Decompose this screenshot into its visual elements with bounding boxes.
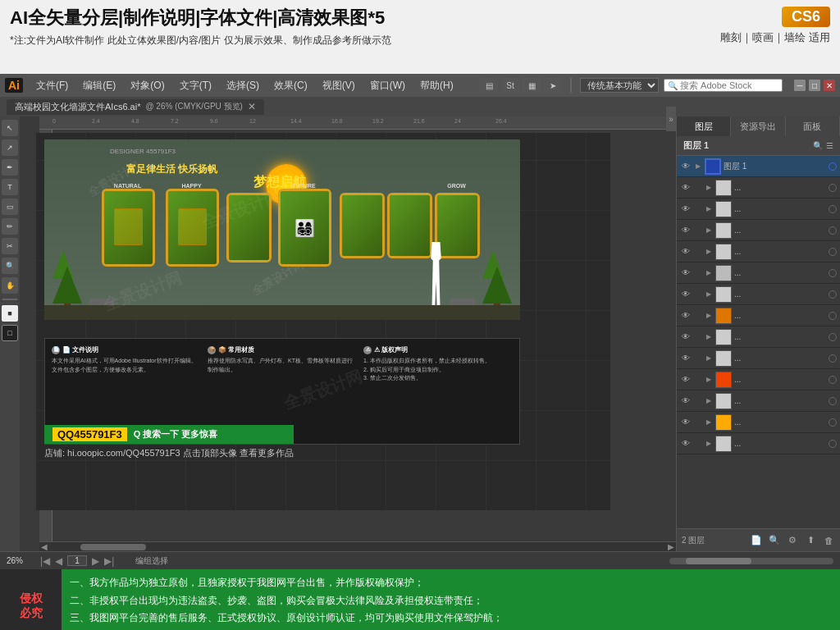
layers-menu-icon[interactable]: ☰ [826,141,833,150]
tab-asset-export[interactable]: 资源导出 [731,116,785,136]
menu-select[interactable]: 选择(S) [220,77,266,94]
nav-start[interactable]: |◀ [40,555,50,567]
layer-expand-2[interactable]: ▶ [705,184,713,192]
layer-item-9[interactable]: 👁 ▶ ... [677,326,840,348]
layer-item-3[interactable]: 👁 ▶ ... [677,199,840,220]
layer-eye-4[interactable]: 👁 [680,225,692,236]
layer-eye-13[interactable]: 👁 [680,417,692,428]
layer-eye-1[interactable]: 👁 [680,161,692,172]
layer-eye-12[interactable]: 👁 [680,395,692,407]
layer-eye-7[interactable]: 👁 [680,289,692,300]
layer-item-header[interactable]: 👁 ▶ 图层 1 [677,156,840,177]
page-input[interactable] [67,555,87,566]
toolbar-icon-2[interactable]: St [501,78,519,93]
menu-view[interactable]: 视图(V) [316,77,362,94]
search-box[interactable]: 🔍 [664,79,783,92]
layer-expand-5[interactable]: ▶ [705,248,713,256]
layer-circle-12[interactable] [829,397,837,405]
layer-circle-4[interactable] [829,226,837,235]
layer-eye-8[interactable]: 👁 [680,310,692,322]
new-layer-page-icon[interactable]: 📄 [750,534,763,547]
tool-pen[interactable]: ✒ [2,159,18,176]
layer-expand-9[interactable]: ▶ [705,333,713,341]
tab-layers[interactable]: 图层 [677,116,731,136]
nav-prev[interactable]: ◀ [55,555,62,567]
layer-item-6[interactable]: 👁 ▶ ... [677,262,840,284]
menu-effect[interactable]: 效果(C) [267,77,314,94]
toolbar-icon-1[interactable]: ▤ [480,78,498,93]
stroke-color[interactable]: □ [2,325,18,341]
panel-collapse-btn[interactable]: » [666,107,676,131]
layers-search-icon[interactable]: 🔍 [813,141,823,150]
close-btn[interactable]: ✕ [824,80,835,91]
layer-circle-3[interactable] [829,205,837,213]
layer-expand-10[interactable]: ▶ [705,354,713,363]
layer-expand-3[interactable]: ▶ [705,205,713,213]
menu-file[interactable]: 文件(F) [30,77,75,94]
layer-expand-1[interactable]: ▶ [694,162,702,171]
nav-end[interactable]: ▶| [104,555,114,567]
layer-expand-11[interactable]: ▶ [705,376,713,384]
layer-expand-12[interactable]: ▶ [705,397,713,405]
h-scroll-thumb[interactable] [80,544,146,550]
layer-expand-4[interactable]: ▶ [705,226,713,235]
layer-eye-6[interactable]: 👁 [680,267,692,279]
layer-item-14[interactable]: 👁 ▶ ... [677,433,840,454]
fill-color[interactable]: ■ [2,305,18,322]
tool-shape[interactable]: ▭ [2,199,18,215]
layer-circle-14[interactable] [829,440,837,448]
minimize-btn[interactable]: ─ [794,80,806,91]
mode-select[interactable]: 传统基本功能 [580,78,659,93]
nav-next[interactable]: ▶ [92,555,99,567]
maximize-btn[interactable]: □ [809,80,820,91]
tool-hand[interactable]: ✋ [2,277,18,294]
h-scroll-thumb-bottom[interactable] [686,558,751,564]
layer-eye-5[interactable]: 👁 [680,246,692,258]
layer-options-icon[interactable]: ⚙ [786,534,799,547]
layer-circle-10[interactable] [829,354,837,363]
layer-circle-8[interactable] [829,312,837,320]
doc-tab[interactable]: 高端校园文化墙源文件AIcs6.ai* @ 26% (CMYK/GPU 预览) … [7,99,264,115]
layer-eye-2[interactable]: 👁 [680,182,692,194]
layer-item-10[interactable]: 👁 ▶ ... [677,348,840,369]
layer-eye-3[interactable]: 👁 [680,203,692,215]
layer-circle-13[interactable] [829,418,837,427]
layer-expand-14[interactable]: ▶ [705,440,713,448]
scroll-right-btn[interactable]: ▶ [668,542,674,551]
delete-layer-icon[interactable]: 🗑 [822,534,835,547]
h-scrollbar[interactable]: ◀ ▶ [39,541,676,551]
layer-circle-7[interactable] [829,290,837,299]
toolbar-icon-3[interactable]: ▦ [523,78,541,93]
layer-item-2[interactable]: 👁 ▶ ... [677,177,840,199]
layer-item-5[interactable]: 👁 ▶ ... [677,241,840,262]
layer-item-7[interactable]: 👁 ▶ ... [677,284,840,305]
layer-expand-7[interactable]: ▶ [705,290,713,299]
tool-scissors[interactable]: ✂ [2,238,18,254]
tool-text[interactable]: T [2,179,18,195]
layer-circle-2[interactable] [829,184,837,192]
layer-item-13[interactable]: 👁 ▶ ... [677,412,840,433]
layers-list[interactable]: 👁 ▶ ... 👁 ▶ ... 👁 ▶ ... [677,177,840,528]
tool-select[interactable]: ↖ [2,120,18,136]
layer-item-12[interactable]: 👁 ▶ ... [677,390,840,412]
layer-expand-13[interactable]: ▶ [705,418,713,427]
tool-direct-select[interactable]: ↗ [2,139,18,156]
layer-circle-6[interactable] [829,269,837,277]
layer-eye-14[interactable]: 👁 [680,438,692,450]
menu-help[interactable]: 帮助(H) [413,77,460,94]
tool-zoom[interactable]: 🔍 [2,258,18,274]
layer-circle-1[interactable] [829,162,837,171]
layer-arrange-icon[interactable]: ⬆ [804,534,817,547]
toolbar-arrow-icon[interactable]: ➤ [544,78,562,93]
layer-item-8[interactable]: 👁 ▶ ... [677,305,840,326]
menu-window[interactable]: 窗口(W) [363,77,412,94]
layer-circle-11[interactable] [829,376,837,384]
layer-eye-11[interactable]: 👁 [680,374,692,386]
layer-expand-6[interactable]: ▶ [705,269,713,277]
tab-panel[interactable]: 面板 [786,116,840,136]
menu-text[interactable]: 文字(T) [173,77,218,94]
search-layer-icon[interactable]: 🔍 [768,534,781,547]
h-scrollbar-bottom[interactable] [669,558,833,564]
tool-paint[interactable]: ✏ [2,218,18,235]
layer-item-11[interactable]: 👁 ▶ ... [677,369,840,390]
